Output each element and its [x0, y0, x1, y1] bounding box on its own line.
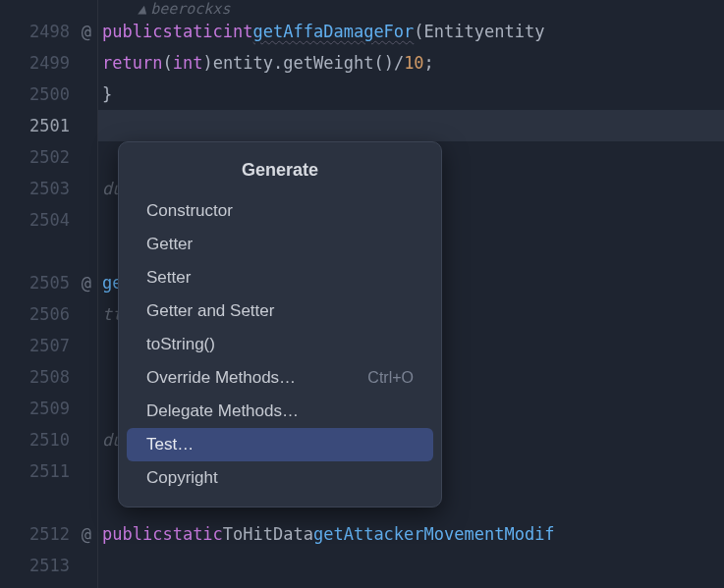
generate-option-tostring[interactable]: toString() — [127, 328, 433, 361]
gutter-line: 2508 — [0, 361, 97, 393]
generate-option-copyright[interactable]: Copyright — [127, 461, 433, 495]
gutter-mark-icon: @ — [82, 22, 91, 41]
gutter-line: 2511 — [0, 455, 97, 487]
popup-item-label: Getter — [146, 235, 193, 254]
gutter-line: 2498@ — [0, 16, 97, 47]
gutter-line: 2503 — [0, 173, 97, 204]
generate-popup: Generate ConstructorGetterSetterGetter a… — [118, 141, 442, 508]
popup-title: Generate — [119, 152, 441, 194]
gutter-mark-icon: @ — [82, 273, 91, 293]
generate-option-test[interactable]: Test… — [127, 428, 433, 461]
generate-option-override-methods[interactable]: Override Methods…Ctrl+O — [127, 361, 433, 395]
gutter-line: 2501 — [0, 110, 97, 141]
gutter-line — [0, 236, 97, 267]
generate-option-getter[interactable]: Getter — [127, 228, 433, 261]
author-annotation: ▲beerockxs — [98, 0, 724, 16]
generate-option-getter-and-setter[interactable]: Getter and Setter — [127, 294, 433, 328]
gutter-line: 2509 — [0, 393, 97, 424]
popup-item-label: Override Methods… — [146, 368, 296, 388]
code-line[interactable] — [98, 550, 724, 581]
gutter: 2498@2499250025012502250325042505@250625… — [0, 0, 98, 588]
generate-option-setter[interactable]: Setter — [127, 261, 433, 294]
popup-item-label: Delegate Methods… — [146, 401, 299, 421]
popup-item-label: Setter — [146, 268, 191, 288]
code-line[interactable]: public static ToHitData getAttackerMovem… — [98, 518, 724, 550]
gutter-line: 2512@ — [0, 518, 97, 550]
gutter-line: 2502 — [0, 141, 97, 173]
popup-item-label: toString() — [146, 335, 215, 354]
gutter-line: 2513 — [0, 550, 97, 581]
popup-item-label: Getter and Setter — [146, 301, 274, 321]
gutter-line: 2505@ — [0, 267, 97, 298]
code-line[interactable]: } — [98, 79, 724, 110]
code-line[interactable]: public static int getAffaDamageFor(Entit… — [98, 16, 724, 47]
popup-item-label: Test… — [146, 435, 194, 454]
gutter-line: 2499 — [0, 47, 97, 79]
gutter-line — [0, 487, 97, 518]
gutter-line — [0, 0, 97, 16]
gutter-line: 2506 — [0, 298, 97, 330]
code-line[interactable]: return (int) entity.getWeight() / 10; — [98, 47, 724, 79]
gutter-line: 2510 — [0, 424, 97, 455]
code-line-current[interactable] — [98, 110, 724, 141]
gutter-line: 2504 — [0, 204, 97, 236]
author-name: beerockxs — [150, 0, 230, 18]
popup-item-label: Copyright — [146, 468, 218, 488]
popup-item-label: Constructor — [146, 201, 233, 221]
user-icon: ▲ — [138, 0, 146, 18]
gutter-line: 2507 — [0, 330, 97, 361]
generate-option-constructor[interactable]: Constructor — [127, 194, 433, 228]
gutter-line: 2500 — [0, 79, 97, 110]
gutter-mark-icon: @ — [82, 524, 91, 544]
popup-item-shortcut: Ctrl+O — [367, 369, 414, 387]
generate-option-delegate-methods[interactable]: Delegate Methods… — [127, 395, 433, 428]
